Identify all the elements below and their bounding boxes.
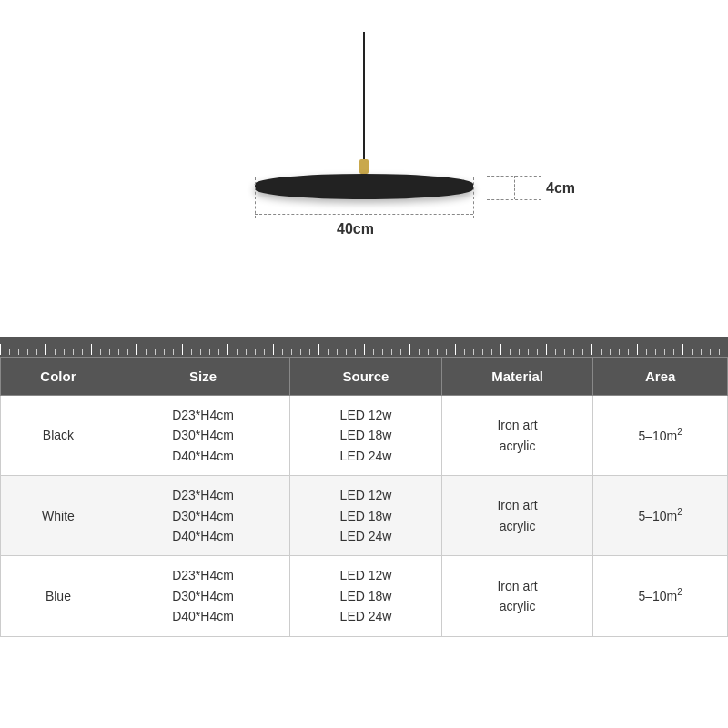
header-material: Material [441,358,592,396]
diagram-section: 40cm 4cm [0,0,728,337]
cell-source: LED 12wLED 18wLED 24w [290,476,442,556]
ruler-ticks [0,337,728,357]
cell-size: D23*H4cmD30*H4cmD40*H4cm [116,476,289,556]
lamp-diagram: 40cm 4cm [182,32,546,323]
cell-area: 5–10m2 [593,556,728,636]
lamp-cord [363,32,365,159]
table-section: Color Size Source Material Area BlackD23… [0,357,728,637]
dim-line-left-v [255,177,256,218]
cell-material: Iron artacrylic [441,476,592,556]
specs-table: Color Size Source Material Area BlackD23… [0,357,728,637]
table-row: WhiteD23*H4cmD30*H4cmD40*H4cmLED 12wLED … [1,476,728,556]
header-area: Area [593,358,728,396]
cell-material: Iron artacrylic [441,396,592,476]
cell-material: Iron artacrylic [441,556,592,636]
cell-color: White [1,476,116,556]
cell-source: LED 12wLED 18wLED 24w [290,396,442,476]
cell-source: LED 12wLED 18wLED 24w [290,556,442,636]
table-row: BlackD23*H4cmD30*H4cmD40*H4cmLED 12wLED … [1,396,728,476]
cell-area: 5–10m2 [593,476,728,556]
cell-area: 5–10m2 [593,396,728,476]
table-row: BlueD23*H4cmD30*H4cmD40*H4cmLED 12wLED 1… [1,556,728,636]
dim-label-height: 4cm [546,180,575,197]
cell-color: Black [1,396,116,476]
header-color: Color [1,358,116,396]
header-size: Size [116,358,289,396]
header-source: Source [290,358,442,396]
lamp-shade [255,174,473,199]
cell-size: D23*H4cmD30*H4cmD40*H4cm [116,396,289,476]
dim-label-width: 40cm [337,221,374,238]
lamp-connector [359,159,369,174]
dim-line-right-v [473,177,474,218]
dim-line-width-h [255,214,473,215]
cell-color: Blue [1,556,116,636]
cell-size: D23*H4cmD30*H4cmD40*H4cm [116,556,289,636]
dim-line-height-bottom [487,199,541,200]
ruler [0,337,728,357]
dim-line-height-v [514,176,515,199]
table-header-row: Color Size Source Material Area [1,358,728,396]
